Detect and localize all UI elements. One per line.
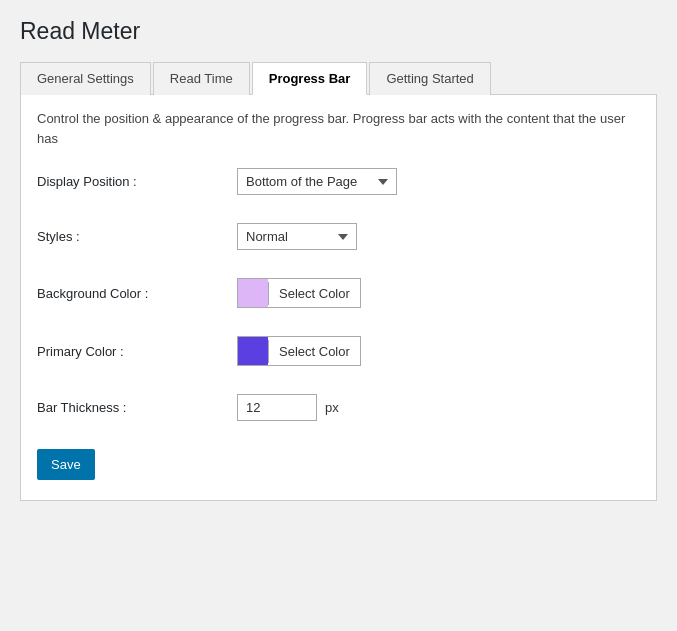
- primary-color-row: Primary Color : Select Color: [37, 336, 640, 366]
- background-color-select-label: Select Color: [268, 282, 360, 305]
- primary-color-select-label: Select Color: [268, 340, 360, 363]
- background-color-label: Background Color :: [37, 286, 237, 301]
- styles-row: Styles : Normal Slim Fancy: [37, 223, 640, 250]
- page-title: Read Meter: [20, 18, 657, 45]
- display-position-label: Display Position :: [37, 174, 237, 189]
- bar-thickness-row: Bar Thickness : px: [37, 394, 640, 421]
- background-color-swatch: [238, 279, 268, 307]
- save-section: Save: [37, 449, 640, 480]
- bar-thickness-input[interactable]: [237, 394, 317, 421]
- styles-label: Styles :: [37, 229, 237, 244]
- background-color-row: Background Color : Select Color: [37, 278, 640, 308]
- primary-color-control: Select Color: [237, 336, 361, 366]
- px-unit-label: px: [325, 400, 339, 415]
- tabs-nav: General Settings Read Time Progress Bar …: [20, 61, 657, 95]
- description-text: Control the position & appearance of the…: [37, 109, 640, 148]
- background-color-control: Select Color: [237, 278, 361, 308]
- bar-thickness-control: px: [237, 394, 339, 421]
- tab-read-time[interactable]: Read Time: [153, 62, 250, 95]
- bar-thickness-label: Bar Thickness :: [37, 400, 237, 415]
- styles-select[interactable]: Normal Slim Fancy: [237, 223, 357, 250]
- primary-color-picker[interactable]: Select Color: [237, 336, 361, 366]
- page-wrapper: Read Meter General Settings Read Time Pr…: [0, 0, 677, 521]
- display-position-select[interactable]: Bottom of the Page Top of the Page: [237, 168, 397, 195]
- tab-general-settings[interactable]: General Settings: [20, 62, 151, 95]
- primary-color-label: Primary Color :: [37, 344, 237, 359]
- background-color-picker[interactable]: Select Color: [237, 278, 361, 308]
- tab-getting-started[interactable]: Getting Started: [369, 62, 490, 95]
- tab-progress-bar[interactable]: Progress Bar: [252, 62, 368, 95]
- styles-control: Normal Slim Fancy: [237, 223, 357, 250]
- display-position-control: Bottom of the Page Top of the Page: [237, 168, 397, 195]
- save-button[interactable]: Save: [37, 449, 95, 480]
- tab-content: Control the position & appearance of the…: [20, 95, 657, 501]
- primary-color-swatch: [238, 337, 268, 365]
- display-position-row: Display Position : Bottom of the Page To…: [37, 168, 640, 195]
